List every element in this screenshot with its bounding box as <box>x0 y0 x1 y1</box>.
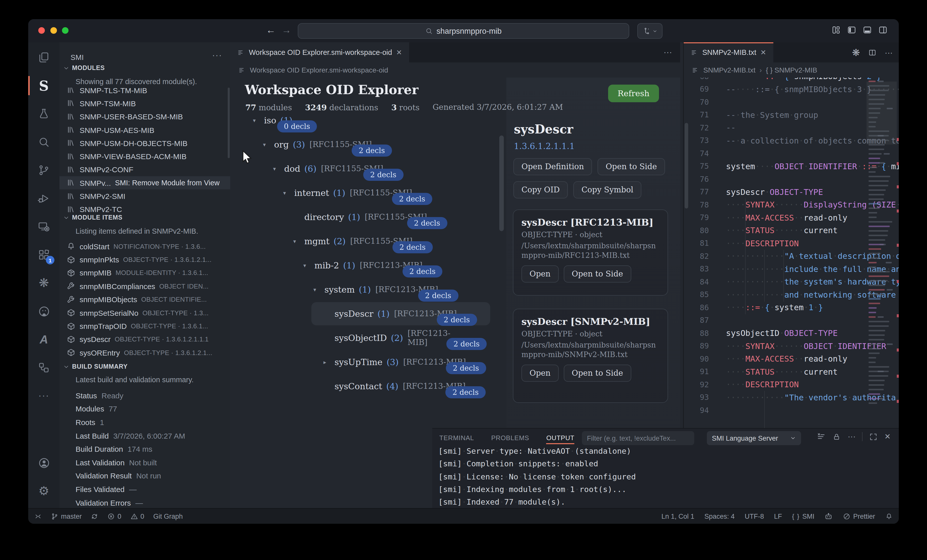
close-tab-icon[interactable]: ✕ <box>760 49 766 56</box>
openai-icon[interactable]: ❋ <box>852 47 860 58</box>
tree-node-sysObjectID[interactable]: sysObjectID(2)[RFC1213-MIB]2 decls <box>230 326 507 350</box>
twistie-icon[interactable]: ▾ <box>313 286 324 293</box>
status-indentation[interactable]: Spaces: 4 <box>704 512 734 520</box>
close-panel-icon[interactable]: ✕ <box>884 432 891 441</box>
section-build-summary[interactable]: BUILD SUMMARY <box>59 360 230 373</box>
tree-node-dod[interactable]: ▾dod(6)[RFC1155-SMI]2 decls <box>230 156 507 181</box>
status-cursor-position[interactable]: Ln 1, Col 1 <box>661 512 694 520</box>
activity-remote-explorer[interactable] <box>28 212 59 241</box>
refresh-button[interactable]: Refresh <box>608 85 659 102</box>
activity-azure[interactable]: A <box>28 325 59 354</box>
twistie-icon[interactable]: ▾ <box>253 117 264 124</box>
toggle-sidebar-icon[interactable] <box>847 25 857 35</box>
copy-oid-button[interactable]: Copy OID <box>514 181 568 199</box>
toggle-panel-icon[interactable] <box>863 25 872 35</box>
panel-tab-output[interactable]: OUTPUT <box>546 429 574 447</box>
tree-node-internet[interactable]: ▾internet(1)[RFC1155-SMI]2 decls <box>230 181 507 205</box>
module-item-snmpInPkts[interactable]: snmpInPktsOBJECT-TYPE · 1.3.6.1.2.1... <box>59 253 230 266</box>
module-snmp-view-based-acm-mib[interactable]: SNMP-VIEW-BASED-ACM-MIB <box>59 150 230 163</box>
status-language-mode[interactable]: { }SMI <box>792 512 815 520</box>
open-definition-button[interactable]: Open Definition <box>514 158 592 175</box>
status-encoding[interactable]: UTF-8 <box>745 512 764 520</box>
module-item-snmpMIBObjects[interactable]: snmpMIBObjectsOBJECT IDENTIFIE... <box>59 293 230 306</box>
tree-node-sysContact[interactable]: sysContact(4)[RFC1213-MIB]2 decls <box>230 374 507 398</box>
toggle-secondary-sidebar-icon[interactable] <box>878 25 888 35</box>
module-item-snmpMIBCompliances[interactable]: snmpMIBCompliancesOBJECT IDEN... <box>59 279 230 293</box>
close-tab-icon[interactable]: ✕ <box>396 49 402 56</box>
command-center[interactable]: sharpsnmppro-mib <box>298 23 629 39</box>
tree-node-system[interactable]: ▾system(1)[RFC1213-MIB]2 decls <box>230 278 507 302</box>
module-snmp-usm-dh-objects-mib[interactable]: SNMP-USM-DH-OBJECTS-MIB <box>59 137 230 150</box>
status-errors[interactable]: 0 <box>108 512 122 520</box>
open-to-side-button[interactable]: Open to Side <box>564 266 631 282</box>
activity-testing[interactable] <box>28 100 59 128</box>
section-module-items[interactable]: MODULE ITEMS <box>59 211 230 224</box>
minimize-window-button[interactable] <box>50 27 57 34</box>
status-notifications[interactable] <box>885 512 893 520</box>
module-item-sysDescr[interactable]: sysDescrOBJECT-TYPE · 1.3.6.1.2.1.1.1 <box>59 332 230 346</box>
activity-explorer[interactable] <box>28 43 59 71</box>
back-icon[interactable]: ← <box>266 25 276 36</box>
twistie-icon[interactable]: ▾ <box>303 262 315 269</box>
clear-output-icon[interactable] <box>817 432 826 441</box>
status-sync[interactable] <box>91 512 99 520</box>
split-editor-icon[interactable] <box>868 49 877 57</box>
zoom-window-button[interactable] <box>62 27 68 34</box>
sidebar-more-icon[interactable]: ··· <box>212 50 222 61</box>
twistie-icon[interactable]: ▾ <box>263 141 274 148</box>
module-item-snmpTrapOID[interactable]: snmpTrapOIDOBJECT-TYPE · 1.3.6.1... <box>59 320 230 333</box>
lock-scroll-icon[interactable] <box>833 433 841 441</box>
section-modules[interactable]: MODULES <box>59 61 230 74</box>
panel-tab-terminal[interactable]: TERMINAL <box>439 429 474 447</box>
open-to-side-button[interactable]: Open to Side <box>564 364 631 382</box>
twistie-icon[interactable]: ▾ <box>283 190 294 196</box>
status-git-branch[interactable]: master <box>51 512 82 520</box>
tree-node-mib-2[interactable]: ▾mib-2(1)[RFC1213-MIB]2 decls <box>230 253 507 278</box>
close-window-button[interactable] <box>38 27 45 34</box>
sidebar-scrollbar[interactable] <box>228 88 230 158</box>
activity-openai[interactable]: ❋ <box>28 269 59 297</box>
status-remote-indicator[interactable] <box>34 512 42 520</box>
tree-scrollbar[interactable] <box>499 135 504 231</box>
more-actions-icon[interactable]: ··· <box>848 432 856 441</box>
module-item-coldStart[interactable]: coldStartNOTIFICATION-TYPE · 1.3.6... <box>59 240 230 253</box>
activity-smi-extension[interactable]: S <box>28 71 59 100</box>
maximize-panel-icon[interactable] <box>869 433 878 441</box>
activity-run-debug[interactable] <box>28 184 59 212</box>
open-to-side-button[interactable]: Open to Side <box>597 158 665 175</box>
module-snmpv2-conf[interactable]: SNMPv2-CONF <box>59 163 230 176</box>
activity-source-control[interactable] <box>28 156 59 184</box>
module-item-snmpMIB[interactable]: snmpMIBMODULE-IDENTITY · 1.3.6.1... <box>59 266 230 280</box>
activity-github[interactable] <box>28 297 59 325</box>
tab-workspace-oid-explorer[interactable]: Workspace OID Explorer.smi-workspace-oid… <box>230 42 409 62</box>
open-button[interactable]: Open <box>521 364 559 382</box>
module-item-snmpSetSerialNo[interactable]: snmpSetSerialNoOBJECT-TYPE · 1.3... <box>59 306 230 320</box>
module-snmp-usm-aes-mib[interactable]: SNMP-USM-AES-MIB <box>59 123 230 137</box>
activity-extensions[interactable]: 1 <box>28 241 59 269</box>
tab-snmpv2-mib[interactable]: SNMPv2-MIB.txt ✕ <box>684 42 774 62</box>
module-snmp-tls-tm-mib[interactable]: SNMP-TLS-TM-MIB <box>59 88 230 97</box>
output-channel-select[interactable]: SMI Language Server <box>707 431 801 445</box>
panel-tab-problems[interactable]: PROBLEMS <box>491 429 529 447</box>
copy-symbol-button[interactable]: Copy Symbol <box>573 181 641 199</box>
more-actions-icon[interactable]: ··· <box>885 48 893 57</box>
customize-layout-icon[interactable] <box>831 25 841 35</box>
module-snmp-tsm-mib[interactable]: SNMP-TSM-MIB <box>59 97 230 110</box>
activity-search[interactable] <box>28 128 59 156</box>
module-snmpv2-smi[interactable]: SNMPv2-SMI <box>59 190 230 203</box>
breadcrumb[interactable]: Workspace OID Explorer.smi-workspace-oid <box>230 62 680 77</box>
editor-actions-more-icon[interactable]: ··· <box>664 47 672 58</box>
twistie-icon[interactable]: ▾ <box>273 165 284 172</box>
status-prettier[interactable]: Prettier <box>843 512 875 520</box>
status-warnings[interactable]: 0 <box>131 512 144 520</box>
status-copilot[interactable] <box>824 512 833 521</box>
activity-settings[interactable]: ⚙ <box>28 477 59 505</box>
module-item-sysOREntry[interactable]: sysOREntryOBJECT-TYPE · 1.3.6.1.2.1... <box>59 346 230 359</box>
twistie-icon[interactable]: ▾ <box>293 238 304 244</box>
activity-more-views[interactable]: ··· <box>28 382 59 410</box>
forward-icon[interactable]: → <box>282 25 291 36</box>
clone-repo-button[interactable] <box>637 23 663 39</box>
status-eol[interactable]: LF <box>774 512 782 520</box>
tree-node-mgmt[interactable]: ▾mgmt(2)[RFC1155-SMI]2 decls <box>230 229 507 253</box>
activity-account[interactable] <box>28 449 59 477</box>
